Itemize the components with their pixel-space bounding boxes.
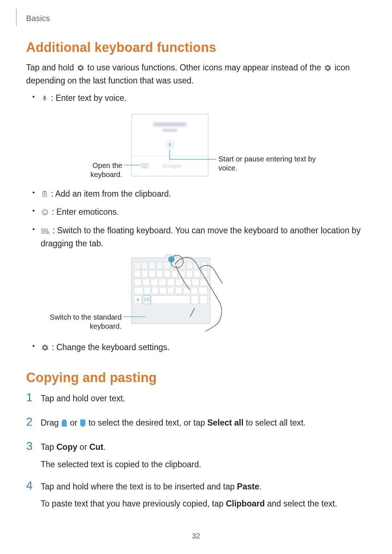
- callout-open-keyboard: Open the keyboard.: [66, 161, 122, 179]
- text: .: [103, 442, 106, 452]
- svg-rect-7: [43, 192, 47, 197]
- svg-point-13: [44, 212, 44, 212]
- step-2-text: Drag or to select the desired text, or t…: [41, 417, 366, 429]
- step-1-text: Tap and hold over text.: [41, 393, 366, 405]
- callout-switch-standard: Switch to the standard keyboard.: [29, 313, 122, 331]
- svg-rect-8: [44, 191, 46, 192]
- floating-keyboard-icon: [41, 226, 49, 238]
- bullet-clipboard: : Add an item from the clipboard.: [26, 186, 366, 202]
- text: to select the desired text, or tap: [89, 418, 207, 427]
- callout-connector: [169, 150, 170, 159]
- intro-text-b: to use various functions. Other icons ma…: [87, 63, 324, 72]
- svg-rect-5: [147, 164, 148, 165]
- paste-label: Paste: [237, 482, 259, 491]
- bullet-dot: [33, 228, 34, 230]
- callout-start-voice: Start or pause entering text by voice.: [219, 155, 327, 173]
- bullet-dot: [33, 192, 34, 193]
- step-4: 4 Tap and hold where the text is to be i…: [26, 481, 366, 520]
- svg-rect-4: [146, 164, 147, 165]
- placeholder-text-blur: [153, 122, 187, 127]
- step-number: 1: [26, 391, 33, 404]
- text: and select the text.: [265, 499, 337, 508]
- svg-rect-20: [144, 298, 149, 301]
- bullet-settings-text: : Change the keyboard settings.: [49, 342, 170, 352]
- selection-handle-left-icon: [62, 419, 67, 427]
- heading-additional-keyboard-functions: Additional keyboard functions: [26, 40, 366, 55]
- key-symbol: [134, 295, 142, 304]
- text: .: [259, 482, 261, 491]
- voice-panel-top: [132, 114, 208, 156]
- bullet-list-3: : Change the keyboard settings.: [26, 340, 366, 356]
- key-switch-std-keyboard: [143, 295, 151, 304]
- svg-rect-6: [143, 167, 147, 168]
- keyboard-small-icon: [141, 163, 148, 170]
- header-rule: [16, 9, 17, 26]
- copy-label: Copy: [56, 442, 77, 452]
- step-number: 4: [26, 479, 33, 492]
- text: Tap and hold where the text is to be ins…: [41, 482, 237, 491]
- text: Drag: [41, 418, 61, 427]
- step-3-sub: The selected text is copied to the clipb…: [41, 459, 366, 471]
- svg-rect-2: [143, 164, 144, 165]
- step-3: 3 Tap Copy or Cut. The selected text is …: [26, 441, 366, 481]
- bullet-settings: : Change the keyboard settings.: [26, 340, 366, 356]
- selection-handle-right-icon: [80, 419, 85, 427]
- section-label: Basics: [26, 14, 50, 23]
- svg-point-12: [42, 210, 48, 215]
- bullet-floating-text: : Switch to the floating keyboard. You c…: [41, 226, 360, 248]
- illustration-voice-input: Google Open the keyboard. Start or pause…: [26, 114, 366, 183]
- svg-point-14: [45, 212, 46, 212]
- illustration-floating-keyboard: Switch to the standard keyboard.: [26, 258, 366, 336]
- page: Basics Additional keyboard functions Tap…: [0, 0, 392, 554]
- text: or: [70, 418, 80, 427]
- placeholder-text-blur: [162, 129, 177, 132]
- gear-icon: [77, 63, 84, 75]
- svg-rect-19: [48, 232, 49, 234]
- page-number: 32: [0, 532, 392, 540]
- step-number: 3: [26, 439, 33, 453]
- select-all-label: Select all: [207, 418, 244, 427]
- callout-connector: [169, 159, 216, 160]
- svg-rect-0: [141, 164, 148, 168]
- bullet-dot: [33, 345, 34, 347]
- cut-label: Cut: [89, 442, 103, 452]
- step-2: 2 Drag or to select the desired text, or…: [26, 417, 366, 441]
- callout-connector: [124, 165, 140, 165]
- clipboard-label: Clipboard: [226, 499, 265, 508]
- voice-brand-placeholder: Google: [162, 163, 182, 169]
- step-4-text: Tap and hold where the text is to be ins…: [41, 481, 366, 493]
- svg-rect-1: [142, 164, 143, 165]
- bullet-dot: [33, 96, 34, 98]
- mic-button-icon: [165, 140, 175, 150]
- hand-illustration-icon: [168, 253, 233, 333]
- step-3-text: Tap Copy or Cut.: [41, 441, 366, 453]
- smiley-icon: [41, 207, 49, 219]
- microphone-icon: [41, 93, 48, 105]
- bullet-emoticons: : Enter emoticons.: [26, 205, 366, 221]
- heading-copying-and-pasting: Copying and pasting: [26, 370, 366, 385]
- text: Tap: [41, 442, 56, 452]
- intro-text-a: Tap and hold: [26, 63, 76, 72]
- step-4-sub: To paste text that you have previously c…: [41, 498, 366, 510]
- bullet-emoticons-text: : Enter emoticons.: [49, 207, 119, 217]
- clipboard-icon: [41, 189, 48, 201]
- intro-paragraph: Tap and hold to use various functions. O…: [26, 62, 366, 87]
- bullet-clipboard-text: : Add an item from the clipboard.: [49, 189, 171, 198]
- step-number: 2: [26, 415, 33, 428]
- text: or: [77, 442, 89, 452]
- callout-connector: [123, 316, 145, 317]
- text: to select all text.: [246, 418, 306, 427]
- gear-icon: [324, 63, 331, 75]
- gear-icon: [41, 342, 49, 354]
- steps-list: 1 Tap and hold over text. 2 Drag or to s…: [26, 393, 366, 520]
- bullet-dot: [33, 210, 34, 212]
- bullet-list-2: : Add an item from the clipboard. : Ente…: [26, 186, 366, 251]
- svg-rect-3: [144, 164, 146, 165]
- bullet-voice-text: : Enter text by voice.: [49, 93, 127, 103]
- bullet-voice: : Enter text by voice.: [26, 91, 366, 107]
- step-1: 1 Tap and hold over text.: [26, 393, 366, 417]
- bullet-floating-keyboard: : Switch to the floating keyboard. You c…: [26, 223, 366, 251]
- content: Additional keyboard functions Tap and ho…: [26, 40, 366, 520]
- voice-panel: Google: [131, 114, 208, 176]
- bullet-list-1: : Enter text by voice.: [26, 91, 366, 107]
